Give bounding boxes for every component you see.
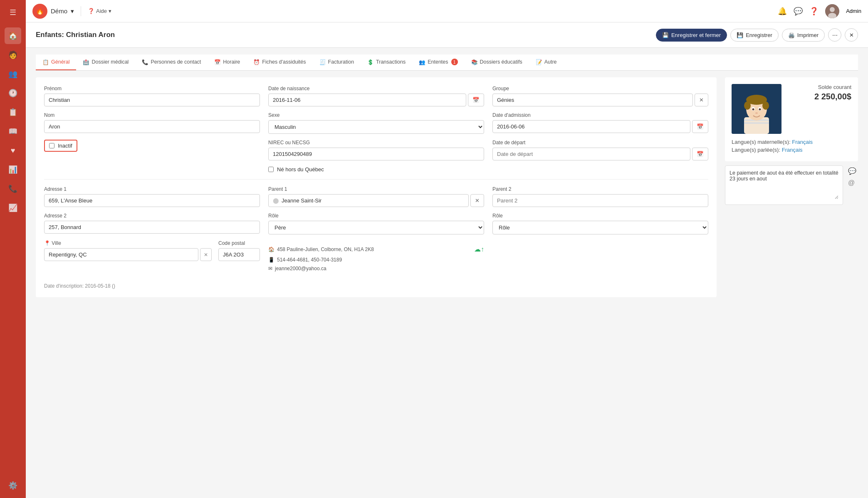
tab-ententes-label: Ententes xyxy=(428,59,448,65)
parent1-info-group: 🏠 458 Pauline-Julien, Colborne, ON, H1A … xyxy=(268,240,484,277)
inactif-checkbox-row[interactable]: Inactif xyxy=(44,140,77,152)
sidebar-icon-home[interactable]: 🏠 xyxy=(5,27,21,44)
help-menu[interactable]: ❓ Aide ▾ xyxy=(88,8,111,14)
print-label: Imprimer xyxy=(797,32,819,38)
tab-general[interactable]: 📋 Général xyxy=(36,54,76,70)
inactif-checkbox[interactable] xyxy=(49,143,54,148)
sidebar-icon-users[interactable]: 👥 xyxy=(5,66,21,82)
prenom-input[interactable] xyxy=(44,94,260,106)
tab-general-label: Général xyxy=(51,59,69,65)
ville-clear-btn[interactable]: ✕ xyxy=(200,248,212,261)
tab-medical-label: Dossier médical xyxy=(91,59,129,65)
tab-contacts-icon: 📞 xyxy=(142,59,148,65)
parent2-input[interactable] xyxy=(492,194,708,207)
save-close-icon: 💾 xyxy=(662,32,669,38)
inactif-label: Inactif xyxy=(58,143,72,149)
tab-horaire[interactable]: 📅 Horaire xyxy=(208,54,247,70)
divider-1 xyxy=(44,179,708,180)
parent1-phone-row: 📱 514-464-4681, 450-704-3189 xyxy=(268,256,484,265)
topnav-right: 🔔 💬 ❓ Admin xyxy=(778,4,861,18)
date-admission-calendar-btn[interactable]: 📅 xyxy=(692,120,708,133)
nirec-input[interactable] xyxy=(268,148,484,160)
tab-contacts[interactable]: 📞 Personnes de contact xyxy=(135,54,208,70)
tab-facturation-icon: 🧾 xyxy=(319,59,326,65)
logo-button[interactable]: 🔥 Démo ▾ xyxy=(32,4,74,19)
close-button[interactable]: ✕ xyxy=(845,28,858,42)
adresse1-input[interactable] xyxy=(44,194,260,207)
help-icon[interactable]: ❓ xyxy=(809,7,819,16)
tab-assiduites-icon: ⏰ xyxy=(253,59,260,65)
save-close-label: Enregistrer et fermer xyxy=(671,32,721,38)
avatar[interactable] xyxy=(825,4,839,18)
tab-ententes[interactable]: 👥 Ententes 1 xyxy=(412,54,464,70)
more-options-button[interactable]: ⋯ xyxy=(828,28,841,42)
sidebar-icon-person[interactable]: 🧑 xyxy=(5,47,21,63)
role1-select[interactable]: Père Mère Tuteur Autre xyxy=(268,221,484,234)
balance-area: Solde courant 2 250,00$ xyxy=(788,84,851,101)
tab-contacts-label: Personnes de contact xyxy=(151,59,201,65)
chat-icon[interactable]: 💬 xyxy=(848,167,856,175)
more-icon: ⋯ xyxy=(832,32,838,38)
tab-dossiers-educ[interactable]: 📚 Dossiers éducatifs xyxy=(465,54,529,70)
role2-select[interactable]: Rôle Père Mère Tuteur Autre xyxy=(492,221,708,234)
notification-icon[interactable]: 🔔 xyxy=(778,7,787,16)
help-chevron-icon: ▾ xyxy=(109,8,111,14)
ne-hors-qc-checkbox[interactable] xyxy=(268,167,274,172)
tab-autre[interactable]: 📝 Autre xyxy=(529,54,564,70)
tab-facturation[interactable]: 🧾 Facturation xyxy=(313,54,361,70)
sexe-group: Sexe Masculin Féminin Autre xyxy=(268,112,484,134)
date-naissance-input[interactable] xyxy=(268,94,466,106)
profile-image xyxy=(732,84,781,134)
ville-row: ✕ xyxy=(44,248,212,261)
sidebar-icon-report[interactable]: 📊 xyxy=(5,161,21,178)
print-button[interactable]: 🖨️ Imprimer xyxy=(782,29,825,42)
tab-medical[interactable]: 🏥 Dossier médical xyxy=(76,54,135,70)
tab-dossiers-label: Dossiers éducatifs xyxy=(480,59,522,65)
sidebar-icon-list[interactable]: 📋 xyxy=(5,104,21,121)
sidebar-icon-settings[interactable]: ⚙️ xyxy=(5,477,21,494)
notes-textarea[interactable]: Le paiement de aout èa été effectuer en … xyxy=(730,170,838,199)
form-container: Prénom Date de naissance 📅 Groupe xyxy=(36,77,717,297)
parent1-upload-btn[interactable]: ☁↑ xyxy=(474,244,484,256)
sidebar-icon-phone[interactable]: 📞 xyxy=(5,180,21,197)
sidebar-icon-chart[interactable]: 📈 xyxy=(5,200,21,216)
save-close-button[interactable]: 💾 Enregistrer et fermer xyxy=(656,29,727,42)
tab-transactions[interactable]: 💲 Transactions xyxy=(361,54,412,70)
message-icon[interactable]: 💬 xyxy=(794,7,803,16)
close-icon: ✕ xyxy=(849,32,854,38)
code-postal-group: Code postal xyxy=(218,240,260,261)
groupe-clear-btn[interactable]: ✕ xyxy=(695,94,708,106)
tab-transactions-icon: 💲 xyxy=(367,59,374,65)
tab-assiduites[interactable]: ⏰ Fiches d'assiduités xyxy=(247,54,312,70)
ville-input[interactable] xyxy=(44,248,198,261)
row-7: 📍 Ville ✕ Code postal xyxy=(44,240,708,277)
date-admission-input[interactable] xyxy=(492,120,690,133)
save-button[interactable]: 💾 Enregistrer xyxy=(730,29,779,42)
row-1: Prénom Date de naissance 📅 Groupe xyxy=(44,86,708,106)
help-circle-icon: ❓ xyxy=(88,8,94,14)
sidebar-icon-heart[interactable]: ♥ xyxy=(5,142,21,159)
at-icon[interactable]: @ xyxy=(848,179,856,187)
date-naissance-calendar-btn[interactable]: 📅 xyxy=(468,94,484,106)
notes-card: Le paiement de aout èa été effectuer en … xyxy=(725,165,843,205)
side-tools: 💬 @ xyxy=(846,165,858,188)
topnav-separator xyxy=(81,6,81,16)
adresse2-input[interactable] xyxy=(44,221,260,234)
ville-group: 📍 Ville ✕ xyxy=(44,240,212,261)
date-depart-row: 📅 xyxy=(492,148,708,160)
code-postal-input[interactable] xyxy=(218,248,260,261)
date-naissance-label: Date de naissance xyxy=(268,86,484,91)
tab-autre-label: Autre xyxy=(544,59,557,65)
groupe-input[interactable] xyxy=(492,94,693,106)
nirec-group: NIREC ou NECSG xyxy=(268,140,484,160)
nom-input[interactable] xyxy=(44,120,260,133)
profile-img-area: Solde courant 2 250,00$ xyxy=(732,84,851,134)
date-depart-input[interactable] xyxy=(492,148,690,160)
sidebar-icon-book[interactable]: 📖 xyxy=(5,123,21,140)
sidebar-icon-clock[interactable]: 🕐 xyxy=(5,85,21,101)
sexe-select[interactable]: Masculin Féminin Autre xyxy=(268,120,484,134)
right-panel: Solde courant 2 250,00$ Langue(s) matern… xyxy=(725,77,858,297)
date-depart-calendar-btn[interactable]: 📅 xyxy=(692,148,708,160)
sidebar-icon-menu[interactable]: ☰ xyxy=(5,4,21,21)
parent1-clear-btn[interactable]: ✕ xyxy=(470,194,484,207)
